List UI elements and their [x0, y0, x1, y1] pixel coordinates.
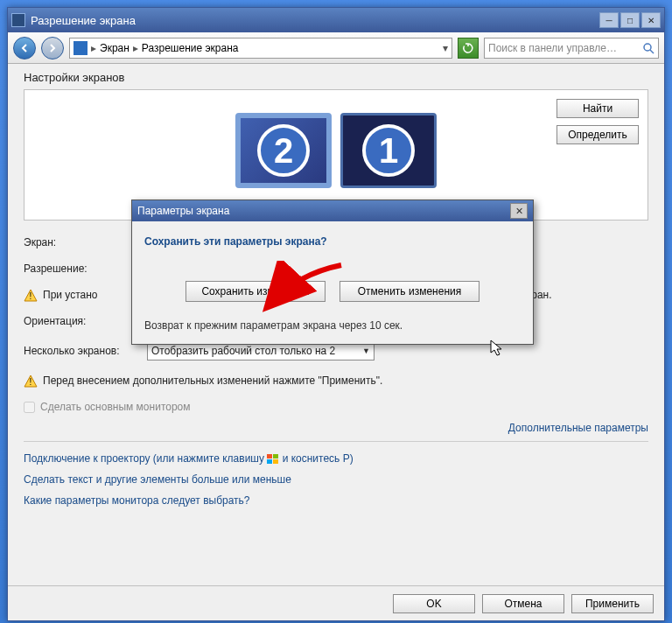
- make-main-checkbox: [24, 402, 35, 413]
- apply-button[interactable]: Применить: [571, 594, 654, 613]
- arrow-right-icon: [47, 43, 58, 53]
- monitor-1-number: 1: [379, 131, 398, 171]
- dialog-close-button[interactable]: ✕: [510, 203, 528, 219]
- orientation-label: Ориентация:: [24, 315, 142, 327]
- projector-link[interactable]: Подключение к проектору (или нажмите кла…: [24, 452, 648, 465]
- make-main-label: Сделать основным монитором: [40, 401, 191, 413]
- titlebar[interactable]: Разрешение экрана ─ □ ✕: [8, 8, 664, 32]
- dialog-title-text: Параметры экрана: [137, 205, 510, 217]
- dialog-titlebar[interactable]: Параметры экрана ✕: [132, 200, 533, 221]
- close-button[interactable]: ✕: [641, 12, 661, 28]
- svg-rect-6: [267, 459, 272, 464]
- back-button[interactable]: [13, 37, 36, 60]
- svg-rect-4: [267, 454, 272, 458]
- projector-link-post: и коснитесь P): [279, 452, 353, 465]
- cancel-button[interactable]: Отмена: [482, 594, 564, 613]
- forward-button[interactable]: [41, 37, 64, 60]
- projector-link-pre: Подключение к проектору (или нажмите кла…: [24, 452, 267, 465]
- multiple-label: Несколько экранов:: [24, 345, 142, 357]
- search-input[interactable]: Поиск в панели управле…: [484, 38, 659, 59]
- search-placeholder: Поиск в панели управле…: [488, 42, 617, 54]
- refresh-icon: [462, 42, 474, 54]
- warning-text-1a: При устано: [43, 289, 98, 301]
- svg-line-1: [650, 50, 654, 53]
- app-icon: [11, 13, 25, 27]
- section-title: Настройки экранов: [24, 71, 648, 84]
- arrow-left-icon: [19, 43, 30, 53]
- breadcrumb-sep: ▸: [133, 42, 138, 54]
- svg-rect-7: [273, 459, 278, 464]
- divider: [24, 441, 648, 442]
- breadcrumb-bar[interactable]: ▸ Экран ▸ Разрешение экрана ▾: [69, 38, 452, 59]
- breadcrumb-item-resolution[interactable]: Разрешение экрана: [142, 42, 239, 54]
- multiple-screens-value: Отобразить рабочий стол только на 2: [151, 345, 335, 357]
- bottom-button-bar: OK Отмена Применить: [8, 585, 664, 620]
- minimize-button[interactable]: ─: [599, 12, 619, 28]
- screen-label: Экран:: [24, 236, 142, 248]
- ok-button[interactable]: OK: [393, 594, 475, 613]
- warning-icon: !: [24, 289, 38, 303]
- monitor-params-link[interactable]: Какие параметры монитора следует выбрать…: [24, 494, 648, 507]
- chevron-down-icon[interactable]: ▾: [443, 42, 448, 54]
- revert-changes-button[interactable]: Отменить изменения: [340, 281, 480, 302]
- toolbar: ▸ Экран ▸ Разрешение экрана ▾ Поиск в па…: [8, 32, 664, 64]
- breadcrumb-item-screen[interactable]: Экран: [100, 42, 130, 54]
- find-button[interactable]: Найти: [556, 99, 639, 118]
- text-size-link[interactable]: Сделать текст и другие элементы больше и…: [24, 473, 648, 486]
- warning-text-2: Перед внесением дополнительных изменений…: [43, 374, 382, 387]
- svg-text:!: !: [30, 377, 32, 387]
- resolution-label: Разрешение:: [24, 262, 142, 275]
- monitor-1[interactable]: 1: [340, 113, 437, 188]
- windows-logo-icon: [267, 454, 279, 465]
- save-changes-button[interactable]: Сохранить изменения: [186, 281, 326, 302]
- monitor-icon: [74, 41, 88, 55]
- dialog-question: Сохранить эти параметры экрана?: [144, 235, 521, 248]
- svg-point-0: [644, 44, 651, 51]
- search-icon: [642, 42, 654, 54]
- svg-text:!: !: [30, 291, 32, 301]
- identify-button[interactable]: Определить: [556, 125, 639, 144]
- refresh-button[interactable]: [458, 38, 479, 59]
- window-title: Разрешение экрана: [31, 14, 599, 27]
- maximize-button[interactable]: □: [620, 12, 640, 28]
- svg-rect-5: [273, 454, 278, 458]
- warning-icon: !: [24, 374, 38, 388]
- screen-params-dialog: Параметры экрана ✕ Сохранить эти парамет…: [131, 200, 534, 345]
- breadcrumb-sep: ▸: [91, 42, 96, 54]
- monitor-2[interactable]: 2: [235, 113, 332, 188]
- advanced-link[interactable]: Дополнительные параметры: [24, 422, 648, 434]
- monitor-2-number: 2: [274, 131, 293, 171]
- dialog-countdown-text: Возврат к прежним параметрам экрана чере…: [144, 319, 521, 332]
